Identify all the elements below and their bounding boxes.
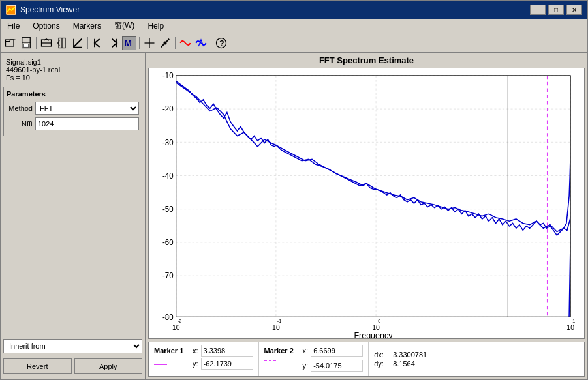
spacer: [3, 139, 142, 336]
svg-text:M: M: [125, 38, 132, 48]
method-row: Method FFT Welch MTM: [7, 102, 139, 115]
spectrum-chart: -10 -20 -30 -40 -50 -60 -70 -80 10 -2 10…: [149, 68, 584, 338]
svg-rect-2: [22, 37, 31, 42]
svg-text:1: 1: [572, 318, 575, 324]
menu-markers[interactable]: Markers: [69, 20, 105, 32]
toolbar-zoom-y-btn[interactable]: [55, 36, 69, 50]
marker-bar: Marker 1 x: y: Marker 2: [148, 342, 585, 377]
toolbar-line-btn[interactable]: [158, 36, 172, 50]
nfft-input[interactable]: [35, 117, 139, 130]
dx-row: dx: 3.3300781: [374, 351, 427, 358]
svg-line-9: [74, 38, 82, 47]
separator-2: [87, 37, 88, 49]
svg-text:-1: -1: [277, 318, 281, 324]
signal-name: Signal:sig1: [6, 58, 140, 66]
titlebar-left: Spectrum Viewer: [6, 5, 80, 15]
svg-text:-60: -60: [162, 238, 174, 246]
window-controls: − □ ✕: [530, 5, 582, 15]
chart-container: -10 -20 -30 -40 -50 -60 -70 -80 10 -2 10…: [148, 68, 585, 339]
menu-help[interactable]: Help: [144, 20, 168, 32]
marker1-x-label: x:: [193, 347, 198, 355]
svg-text:-40: -40: [162, 171, 174, 180]
svg-text:10: 10: [272, 323, 280, 331]
marker2-x-label: x:: [303, 347, 309, 355]
revert-button[interactable]: Revert: [3, 358, 72, 374]
dx-value: 3.3300781: [393, 351, 427, 358]
method-select[interactable]: FFT Welch MTM: [35, 102, 139, 115]
toolbar-print-btn[interactable]: [19, 36, 33, 50]
svg-text:-50: -50: [162, 205, 174, 213]
separator-1: [36, 37, 37, 49]
nfft-label: Nfft: [7, 120, 33, 128]
svg-text:-70: -70: [162, 271, 174, 280]
svg-text:10: 10: [566, 323, 574, 331]
svg-point-16: [164, 41, 167, 44]
dy-row: dy: 8.1564: [374, 360, 427, 368]
signal-info: Signal:sig1 449601-by-1 real Fs = 10: [3, 55, 142, 84]
apply-button[interactable]: Apply: [74, 358, 143, 374]
dxdy-section: dx: 3.3300781 dy: 8.1564: [369, 342, 432, 376]
marker1-y-row: y:: [154, 358, 253, 370]
toolbar-wave1-btn[interactable]: [178, 36, 193, 50]
marker1-label: Marker 1: [154, 347, 190, 355]
toolbar-open-btn[interactable]: [3, 36, 18, 50]
minimize-button[interactable]: −: [530, 5, 546, 15]
signal-fs: Fs = 10: [6, 74, 140, 81]
marker2-row: Marker 2 x:: [264, 345, 364, 357]
marker2-y-value[interactable]: [311, 360, 363, 372]
titlebar: Spectrum Viewer − □ ✕: [1, 1, 587, 19]
close-button[interactable]: ✕: [566, 5, 582, 15]
marker1-y-value[interactable]: [201, 358, 253, 370]
menu-options[interactable]: Options: [29, 20, 63, 32]
dy-label: dy:: [374, 360, 390, 368]
svg-text:-10: -10: [162, 71, 174, 80]
svg-text:-30: -30: [162, 138, 174, 146]
method-label: Method: [7, 104, 33, 112]
toolbar-prev-btn[interactable]: [91, 36, 105, 50]
svg-text:Frequency: Frequency: [354, 330, 393, 338]
toolbar: M ?: [1, 33, 587, 53]
marker2-y-row: y:: [264, 358, 364, 373]
svg-text:10: 10: [172, 323, 180, 331]
marker1-row: Marker 1 x:: [154, 345, 253, 357]
marker1-x-value[interactable]: [201, 345, 253, 357]
menu-window[interactable]: 窗(W): [110, 19, 138, 33]
marker2-x-value[interactable]: [311, 345, 363, 357]
bottom-buttons: Revert Apply: [3, 356, 142, 377]
main-window: Spectrum Viewer − □ ✕ File Options Marke…: [0, 0, 588, 380]
chart-title: FFT Spectrum Estimate: [148, 55, 585, 65]
toolbar-help-btn[interactable]: ?: [214, 36, 228, 50]
app-icon: [6, 5, 16, 15]
toolbar-wave2-btn[interactable]: [194, 36, 208, 50]
maximize-button[interactable]: □: [548, 5, 564, 15]
inherit-dropdown[interactable]: Inherit from: [3, 339, 142, 353]
svg-rect-4: [23, 44, 29, 47]
marker2-y-label: y:: [303, 362, 309, 370]
left-panel: Signal:sig1 449601-by-1 real Fs = 10 Par…: [1, 53, 146, 379]
signal-dimensions: 449601-by-1 real: [6, 66, 140, 74]
marker2-section: Marker 2 x: y:: [259, 342, 369, 376]
toolbar-zoom-xy-btn[interactable]: [70, 36, 85, 50]
svg-text:-80: -80: [162, 312, 174, 321]
inherit-container: Inherit from: [3, 339, 142, 353]
marker2-line-color: [264, 358, 300, 373]
svg-text:-20: -20: [162, 104, 174, 113]
marker1-line-color: [154, 360, 190, 368]
window-title: Spectrum Viewer: [20, 5, 80, 14]
separator-3: [139, 37, 140, 49]
main-area: Signal:sig1 449601-by-1 real Fs = 10 Par…: [1, 53, 587, 379]
marker1-section: Marker 1 x: y:: [149, 342, 259, 376]
toolbar-marker-btn[interactable]: M: [122, 36, 136, 50]
separator-4: [175, 37, 176, 49]
toolbar-cursor-btn[interactable]: [142, 36, 157, 50]
toolbar-next-btn[interactable]: [106, 36, 121, 50]
marker1-y-label: y:: [193, 360, 198, 368]
params-title: Parameters: [7, 90, 139, 98]
svg-text:?: ?: [219, 39, 224, 48]
svg-text:-2: -2: [178, 318, 181, 324]
toolbar-zoom-x-btn[interactable]: [39, 36, 54, 50]
parameters-group: Parameters Method FFT Welch MTM Nfft: [3, 87, 142, 136]
menu-file[interactable]: File: [3, 20, 23, 32]
dx-label: dx:: [374, 351, 390, 358]
menubar: File Options Markers 窗(W) Help: [1, 19, 587, 33]
